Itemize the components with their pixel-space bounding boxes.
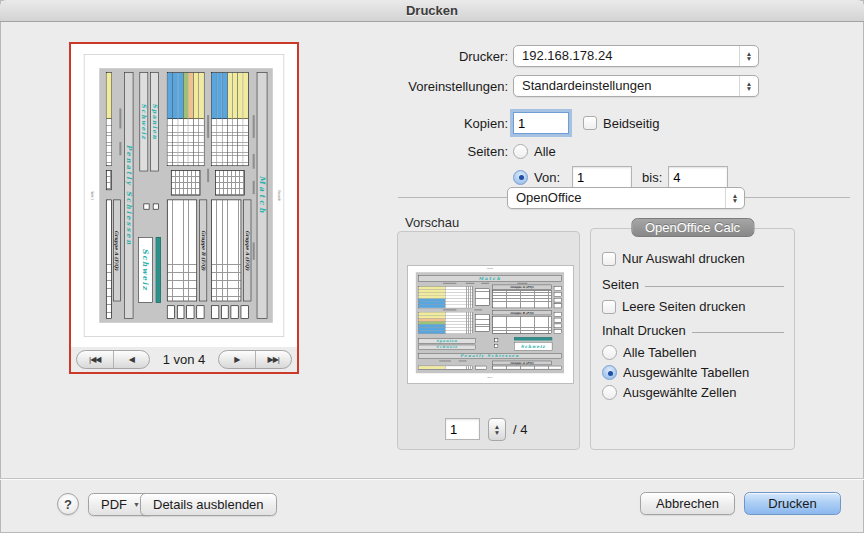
selected-cells-radio[interactable] bbox=[602, 385, 617, 400]
pages-from-label: Von: bbox=[534, 170, 560, 185]
printer-popup[interactable]: 192.168.178.24 ▲ ▼ bbox=[513, 45, 759, 67]
pages-section-label: Seiten bbox=[602, 277, 639, 292]
pages-label: Seiten: bbox=[380, 144, 508, 159]
only-selection-checkbox[interactable] bbox=[602, 252, 616, 266]
first-page-button[interactable]: |◀◀ bbox=[77, 351, 113, 368]
print-page-sheet: Vorrunde Match Gruppe A (F/Q) Gruppe B (… bbox=[85, 55, 284, 336]
sheet-footer-text: Seite 1 bbox=[90, 55, 93, 336]
sheet-penalty-title: Penatly Schiessen bbox=[418, 353, 562, 358]
popup-arrows-icon: ▲ ▼ bbox=[739, 76, 758, 96]
hide-details-button[interactable]: Details ausblenden bbox=[140, 493, 277, 516]
footer-divider bbox=[0, 478, 864, 479]
app-options-popup[interactable]: OpenOffice ▲ ▼ bbox=[507, 187, 745, 209]
micro-text-bar bbox=[474, 309, 482, 310]
preview-section-label: Vorschau bbox=[405, 215, 459, 230]
sheet-results-a2 bbox=[492, 366, 561, 370]
cancel-button[interactable]: Abbrechen bbox=[640, 492, 735, 515]
sheet-side-cells bbox=[167, 305, 205, 318]
sheet-results-a bbox=[492, 291, 551, 309]
content-section-header: Inhalt Drucken bbox=[602, 323, 784, 338]
micro-text-bar bbox=[119, 108, 121, 128]
micro-text-bar bbox=[253, 154, 255, 169]
print-dialog: Drucken Vorrunde Match Gruppe A (F/Q) bbox=[0, 0, 864, 533]
help-button[interactable]: ? bbox=[57, 493, 79, 515]
sheet-content: Match Gruppe A (F/Q) Gruppe B (F/Q) bbox=[416, 272, 564, 373]
sheet-results-b bbox=[167, 200, 197, 302]
pages-range-row: Von: bis: bbox=[380, 166, 728, 188]
sheet-table-a2 bbox=[106, 72, 112, 166]
next-page-button[interactable]: ▶ bbox=[219, 351, 255, 368]
popup-arrows-icon: ▲ ▼ bbox=[725, 188, 744, 208]
all-tables-label: Alle Tabellen bbox=[623, 345, 696, 360]
content-section-label: Inhalt Drucken bbox=[602, 323, 686, 338]
section-divider bbox=[645, 286, 784, 287]
page-stepper[interactable]: ▲ ▼ bbox=[488, 418, 506, 441]
pages-from-input[interactable] bbox=[572, 166, 632, 188]
sheet-winner-box: Schweiz bbox=[514, 342, 552, 351]
pages-to-label: bis: bbox=[642, 170, 662, 185]
sheet-group-a-header: Gruppe A (F/Q) bbox=[492, 285, 551, 290]
selected-tables-row: Ausgewählte Tabellen bbox=[602, 365, 749, 380]
preview-page: Vorrunde Match Gruppe A (F/Q) Gruppe B (… bbox=[408, 266, 573, 383]
sheet-group-a2-header: Gruppe A (F/Q) bbox=[113, 200, 120, 302]
sheet-side-cells bbox=[211, 305, 249, 318]
pages-all-radio[interactable] bbox=[513, 144, 528, 159]
all-tables-row: Alle Tabellen bbox=[602, 345, 696, 360]
micro-text-bar bbox=[207, 115, 209, 138]
sheet-match-title: Match bbox=[418, 275, 562, 281]
dialog-title: Drucken bbox=[0, 0, 864, 22]
sheet-small-cell bbox=[495, 344, 499, 348]
sheet-results-b bbox=[492, 316, 551, 334]
sheet-small-cell bbox=[143, 204, 149, 210]
sheet-grid-a2 bbox=[475, 366, 487, 370]
sheet-small-cell bbox=[495, 339, 499, 343]
micro-text-bar bbox=[253, 242, 255, 259]
down-arrow-icon: ▼ bbox=[732, 198, 738, 203]
last-page-button[interactable]: ▶▶| bbox=[255, 351, 292, 368]
pages-range-radio[interactable] bbox=[513, 170, 528, 185]
sheet-match-title: Match bbox=[257, 72, 268, 319]
copies-input[interactable] bbox=[513, 112, 569, 134]
sheet-header-text: Vorrunde bbox=[408, 268, 572, 270]
presets-row: Voreinstellungen: Standardeinstellungen … bbox=[380, 75, 759, 97]
sheet-table-a2 bbox=[418, 366, 473, 370]
micro-text-bar bbox=[253, 181, 255, 194]
empty-pages-checkbox[interactable] bbox=[602, 300, 616, 314]
down-arrow-icon: ▼ bbox=[746, 86, 752, 91]
sheet-group-b-header: Gruppe B (F/Q) bbox=[492, 310, 551, 315]
previous-page-button[interactable]: ◀ bbox=[113, 351, 150, 368]
print-button[interactable]: Drucken bbox=[744, 492, 841, 515]
thumbnail-pager: |◀◀ ◀ 1 von 4 ▶ ▶▶| bbox=[71, 347, 297, 372]
micro-text-bar bbox=[439, 360, 451, 361]
printer-popup-value: 192.168.178.24 bbox=[514, 46, 739, 66]
sheet-winner-bar bbox=[156, 237, 161, 303]
pages-all-label: Alle bbox=[534, 144, 556, 159]
preview-page-input[interactable] bbox=[445, 418, 480, 440]
calc-panel-title: OpenOffice Calc bbox=[631, 218, 754, 237]
next-page-icon: ▶ bbox=[234, 355, 239, 364]
duplex-checkbox[interactable] bbox=[583, 116, 597, 130]
sheet-winner-bar bbox=[514, 337, 552, 340]
selected-tables-radio[interactable] bbox=[602, 365, 617, 380]
copies-label: Kopien: bbox=[380, 116, 508, 131]
sheet-table-a bbox=[418, 286, 473, 308]
sheet-schweiz-label: Schweiz bbox=[139, 72, 148, 171]
all-tables-radio[interactable] bbox=[602, 345, 617, 360]
preview-page-total: / 4 bbox=[513, 422, 527, 437]
presets-popup[interactable]: Standardeinstellungen ▲ ▼ bbox=[513, 75, 759, 97]
micro-text-bar bbox=[481, 283, 489, 284]
stepper-down-icon: ▼ bbox=[494, 430, 500, 435]
micro-text-bar bbox=[443, 283, 456, 284]
sheet-results-a bbox=[211, 200, 241, 302]
micro-text-bar bbox=[459, 360, 467, 361]
page-thumbnail-widget: Vorrunde Match Gruppe A (F/Q) Gruppe B (… bbox=[69, 42, 299, 374]
pages-to-input[interactable] bbox=[668, 166, 728, 188]
micro-text-bar bbox=[443, 309, 456, 310]
empty-pages-label: Leere Seiten drucken bbox=[622, 299, 746, 314]
section-divider bbox=[692, 332, 784, 333]
micro-text-bar bbox=[466, 283, 475, 284]
sheet-spanien-label: Spanien bbox=[150, 72, 159, 171]
disclosure-arrow-icon: ▼ bbox=[133, 501, 140, 508]
pages-section-header: Seiten bbox=[602, 277, 784, 292]
only-selection-row: Nur Auswahl drucken bbox=[602, 251, 745, 266]
